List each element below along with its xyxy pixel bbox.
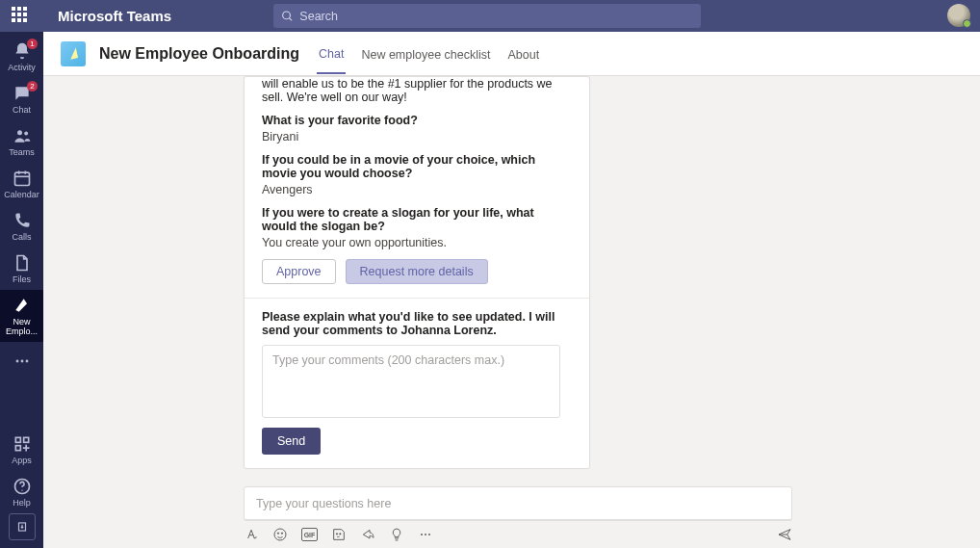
download-icon [15,520,29,534]
brand-title: Microsoft Teams [58,8,171,24]
adaptive-card: will enable us to be the #1 supplier for… [244,76,590,469]
rail-teams[interactable]: Teams [0,120,43,163]
answer-2: Avengers [262,183,572,196]
rail-chat[interactable]: 2 Chat [0,78,43,120]
svg-rect-4 [14,172,29,185]
rail-calls[interactable]: Calls [0,205,43,248]
help-icon [13,477,32,496]
rail-files[interactable]: Files [0,248,43,290]
svg-rect-13 [15,446,20,451]
request-details-button[interactable]: Request more details [346,259,488,284]
rail-activity[interactable]: 1 Activity [0,36,43,78]
chat-badge: 2 [27,81,38,91]
top-bar: Microsoft Teams [0,0,980,32]
activity-badge: 1 [27,39,38,49]
app-logo [61,41,86,66]
tab-chat[interactable]: Chat [317,34,346,74]
compose-input[interactable]: Type your questions here [244,486,792,521]
compose-area: Type your questions here GIF [64,486,980,548]
svg-point-3 [24,132,28,136]
send-icon[interactable] [777,527,792,542]
answer-3: You create your own opportunities. [262,236,572,249]
more-icon [13,352,32,371]
teams-icon [13,126,32,145]
svg-point-24 [428,534,430,535]
search-box[interactable] [273,4,701,28]
rail-calendar[interactable]: Calendar [0,163,43,205]
compose-toolbar: GIF [244,527,792,542]
svg-point-19 [281,533,282,534]
svg-point-0 [283,11,291,18]
share-icon[interactable] [360,527,375,542]
svg-point-17 [274,529,286,540]
gif-icon[interactable]: GIF [301,528,318,541]
calendar-icon [13,169,32,188]
page-title: New Employee Onboarding [99,45,299,63]
question-1: What is your favorite food? [262,114,572,127]
svg-rect-12 [23,437,28,442]
svg-line-1 [289,17,292,20]
svg-point-20 [336,534,337,535]
search-icon [281,10,294,23]
user-avatar[interactable] [947,4,970,27]
question-2: If you could be in a movie of your choic… [262,153,572,180]
message-thread: will enable us to be the #1 supplier for… [64,76,980,486]
rail-apps[interactable]: Apps [0,429,43,471]
explain-prompt: Please explain what you'd like to see up… [262,310,572,337]
svg-point-23 [425,534,426,535]
svg-point-10 [25,360,28,363]
more-icon[interactable] [418,527,433,542]
rail-new-employee[interactable]: New Emplo... [0,290,43,342]
svg-point-21 [340,534,341,535]
file-icon [13,253,32,273]
svg-point-2 [17,130,22,135]
comment-input[interactable]: Type your comments (200 characters max.) [262,345,560,418]
sticker-icon[interactable] [331,527,347,542]
app-rail: 1 Activity 2 Chat Teams Calendar Calls F… [0,32,43,548]
page-header: New Employee Onboarding Chat New employe… [43,32,980,76]
presence-icon [963,19,971,28]
answer-1: Biryani [262,130,572,144]
apps-icon [13,434,32,454]
emoji-icon[interactable] [272,527,288,542]
svg-point-8 [15,360,18,363]
svg-point-18 [277,533,278,534]
tab-checklist[interactable]: New employee checklist [359,35,492,73]
send-button[interactable]: Send [262,428,321,455]
approve-button[interactable]: Approve [262,259,336,284]
rail-help[interactable]: Help [0,471,43,513]
phone-icon [13,211,32,230]
svg-point-22 [421,534,423,535]
format-icon[interactable] [244,527,259,542]
card-intro-text: will enable us to be the #1 supplier for… [262,77,572,104]
bulb-icon[interactable] [389,527,404,542]
svg-rect-11 [15,437,20,442]
onboarding-app-icon [13,296,32,315]
search-input[interactable] [299,10,693,23]
question-3: If you were to create a slogan for your … [262,206,572,233]
content-area: New Employee Onboarding Chat New employe… [43,32,980,548]
app-launcher-icon[interactable] [12,7,31,26]
tab-about[interactable]: About [506,35,542,73]
svg-point-9 [20,360,23,363]
rail-download[interactable] [9,513,36,540]
svg-point-15 [21,490,22,491]
rail-more[interactable] [0,342,43,382]
